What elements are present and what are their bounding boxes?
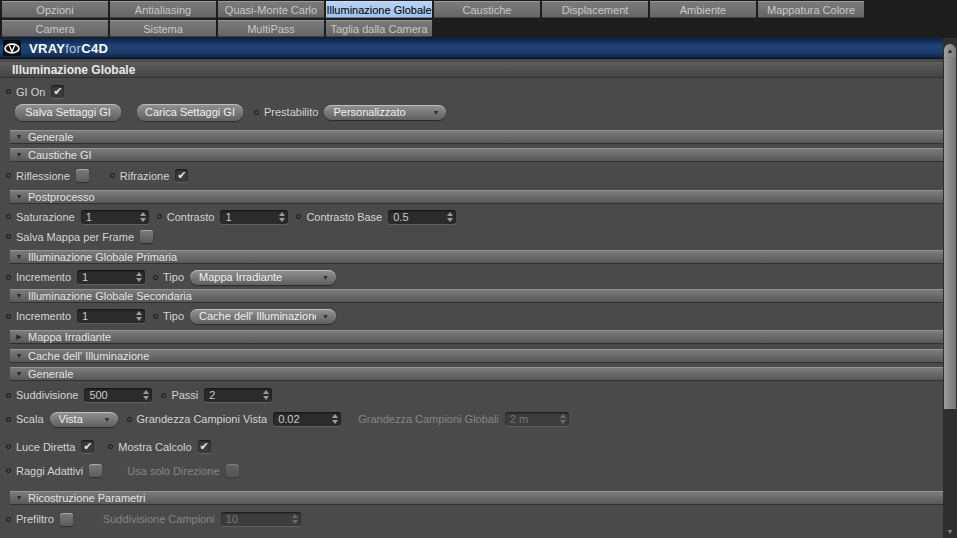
- prefiltro-checkbox[interactable]: [60, 513, 73, 526]
- preset-dropdown[interactable]: Personalizzato ▼: [324, 105, 446, 120]
- tab-displacement[interactable]: Displacement: [542, 1, 648, 18]
- suddivisione-field[interactable]: 500: [84, 388, 152, 402]
- section-generale[interactable]: ▼ Generale: [10, 130, 943, 143]
- section-label: Generale: [28, 131, 73, 143]
- anim-dot-icon[interactable]: [6, 214, 11, 219]
- mostra-calcolo-checkbox[interactable]: ✔: [198, 440, 211, 453]
- anim-dot-icon[interactable]: [127, 417, 132, 422]
- grandezza-campioni-vista-field[interactable]: 0.02: [273, 412, 341, 426]
- section-ricostruzione-parametri[interactable]: ▼ Ricostruzione Parametri: [10, 491, 943, 504]
- param-salva-mappa: Salva Mappa per Frame: [6, 229, 943, 244]
- anim-dot-icon[interactable]: [6, 234, 11, 239]
- tipo-primaria-dropdown[interactable]: Mappa Irradiante ▼: [190, 270, 336, 285]
- brand-c4d: C4D: [81, 41, 108, 56]
- anim-dot-icon[interactable]: [6, 275, 11, 280]
- section-gi-primaria[interactable]: ▼ Illuminazione Globale Primaria: [10, 250, 943, 263]
- param-label: Prefiltro: [16, 513, 54, 525]
- anim-dot-icon[interactable]: [6, 314, 11, 319]
- triangle-down-icon: ▼: [15, 253, 23, 260]
- scala-dropdown[interactable]: Vista ▼: [50, 412, 118, 427]
- param-label: Scala: [16, 413, 44, 425]
- check-icon: ✔: [177, 170, 186, 181]
- stepper-icon[interactable]: [136, 311, 142, 321]
- anim-dot-icon[interactable]: [110, 173, 115, 178]
- param-label: Passi: [171, 389, 198, 401]
- param-label-disabled: Usa solo Direzione: [127, 465, 219, 477]
- anim-dot-icon[interactable]: [6, 417, 11, 422]
- param-label-disabled: Grandezza Campioni Globali: [358, 413, 499, 425]
- anim-dot-icon[interactable]: [6, 393, 11, 398]
- tab-quasi-monte-carlo[interactable]: Quasi-Monte Carlo: [218, 1, 324, 18]
- tab-sistema[interactable]: Sistema: [110, 20, 216, 37]
- riflessione-checkbox[interactable]: [76, 169, 89, 182]
- anim-dot-icon[interactable]: [153, 275, 158, 280]
- param-raggi-usa: Raggi Adattivi Usa solo Direzione: [6, 463, 943, 478]
- saturazione-field[interactable]: 1: [81, 210, 149, 224]
- scroll-up-icon[interactable]: ▲: [944, 44, 956, 57]
- param-label: Contrasto: [167, 211, 215, 223]
- gi-on-checkbox[interactable]: ✔: [51, 85, 64, 98]
- anim-dot-icon[interactable]: [108, 444, 113, 449]
- stepper-icon[interactable]: [279, 212, 285, 222]
- anim-dot-icon[interactable]: [157, 214, 162, 219]
- incremento-primaria-field[interactable]: 1: [77, 270, 145, 284]
- scrollbar[interactable]: ▲ ▼: [943, 38, 957, 538]
- contrasto-field[interactable]: 1: [220, 210, 288, 224]
- salva-mappa-checkbox[interactable]: [140, 230, 153, 243]
- tab-mappatura-colore[interactable]: Mappatura Colore: [758, 1, 864, 18]
- tab-opzioni[interactable]: Opzioni: [2, 1, 108, 18]
- luce-diretta-checkbox[interactable]: ✔: [81, 440, 94, 453]
- tab-antialiasing[interactable]: Antialiasing: [110, 1, 216, 18]
- stepper-icon[interactable]: [136, 272, 142, 282]
- section-cache-illuminazione[interactable]: ▼ Cache dell' Illuminazione: [10, 349, 943, 362]
- param-label: Incremento: [16, 271, 71, 283]
- section-postprocesso[interactable]: ▼ Postprocesso: [10, 190, 943, 203]
- anim-dot-icon[interactable]: [6, 89, 11, 94]
- tab-illuminazione-globale[interactable]: Illuminazione Globale: [326, 1, 432, 18]
- anim-dot-icon[interactable]: [161, 393, 166, 398]
- triangle-down-icon: ▼: [15, 193, 23, 200]
- stepper-icon[interactable]: [447, 212, 453, 222]
- vrayforc4d-logo-icon: [3, 40, 21, 56]
- scroll-down-icon[interactable]: ▼: [944, 525, 956, 537]
- tab-camera[interactable]: Camera: [2, 20, 108, 37]
- save-gi-settings-button[interactable]: Salva Settaggi GI: [15, 104, 121, 121]
- incremento-secondaria-field[interactable]: 1: [77, 309, 145, 323]
- section-label: Caustiche GI: [28, 149, 92, 161]
- section-label: Mappa Irradiante: [28, 331, 111, 343]
- section-gi-secondaria[interactable]: ▼ Illuminazione Globale Secondaria: [10, 289, 943, 302]
- anim-dot-icon[interactable]: [6, 173, 11, 178]
- section-label: Illuminazione Globale Secondaria: [28, 290, 192, 302]
- section-caustiche-gi[interactable]: ▼ Caustiche GI: [10, 148, 943, 161]
- section-generale-cache[interactable]: ▼ Generale: [10, 367, 943, 380]
- anim-dot-icon[interactable]: [153, 314, 158, 319]
- raggi-adattivi-checkbox[interactable]: [89, 464, 102, 477]
- load-gi-settings-button[interactable]: Carica Settaggi GI: [137, 104, 243, 121]
- param-label: Suddivisione: [16, 389, 78, 401]
- section-mappa-irradiante[interactable]: ▶ Mappa Irradiante: [10, 330, 943, 343]
- triangle-down-icon: ▼: [15, 352, 23, 359]
- scrollbar-thumb[interactable]: [944, 57, 956, 409]
- anim-dot-icon[interactable]: [254, 110, 259, 115]
- passi-field[interactable]: 2: [204, 388, 272, 402]
- tab-multipass[interactable]: MultiPass: [218, 20, 324, 37]
- rifrazione-checkbox[interactable]: ✔: [175, 169, 188, 182]
- stepper-icon[interactable]: [143, 390, 149, 400]
- section-label: Postprocesso: [28, 191, 95, 203]
- tab-caustiche[interactable]: Caustiche: [434, 1, 540, 18]
- param-label-disabled: Suddivisione Campioni: [103, 513, 215, 525]
- anim-dot-icon[interactable]: [6, 444, 11, 449]
- contrasto-base-field[interactable]: 0.5: [388, 210, 456, 224]
- stepper-icon[interactable]: [332, 414, 338, 424]
- tab-ambiente[interactable]: Ambiente: [650, 1, 756, 18]
- anim-dot-icon[interactable]: [6, 517, 11, 522]
- stepper-icon[interactable]: [140, 212, 146, 222]
- anim-dot-icon[interactable]: [296, 214, 301, 219]
- anim-dot-icon[interactable]: [6, 468, 11, 473]
- usa-solo-direzione-checkbox: [226, 464, 239, 477]
- tab-taglia-dalla-camera[interactable]: Taglia dalla Camera: [326, 20, 432, 37]
- tipo-secondaria-dropdown[interactable]: Cache dell' Illuminazione ▼: [190, 309, 336, 324]
- grandezza-campioni-globali-field: 2 m: [505, 412, 569, 426]
- suddivisione-campioni-field: 10: [221, 512, 301, 526]
- stepper-icon[interactable]: [263, 390, 269, 400]
